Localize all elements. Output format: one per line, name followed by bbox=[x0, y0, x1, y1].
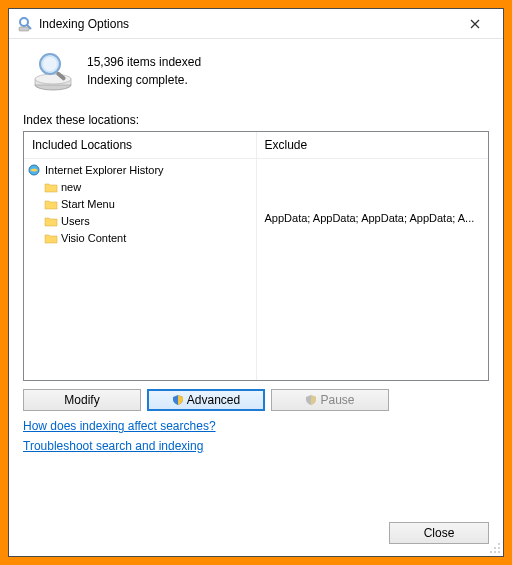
exclude-item[interactable] bbox=[261, 229, 485, 246]
folder-icon bbox=[44, 232, 58, 244]
dialog-content: 15,396 items indexed Indexing complete. … bbox=[9, 39, 503, 514]
close-button[interactable] bbox=[455, 10, 495, 38]
svg-point-15 bbox=[490, 551, 492, 553]
dialog-footer: Close bbox=[9, 514, 503, 556]
svg-point-0 bbox=[20, 18, 28, 26]
modify-button[interactable]: Modify bbox=[23, 389, 141, 411]
how-does-indexing-link[interactable]: How does indexing affect searches? bbox=[23, 419, 489, 433]
included-tree: Internet Explorer History new Start Menu bbox=[24, 159, 256, 248]
exclude-item[interactable] bbox=[261, 195, 485, 212]
button-label: Close bbox=[424, 526, 455, 540]
folder-icon bbox=[44, 215, 58, 227]
magnifier-drive-icon bbox=[23, 49, 83, 93]
list-item-label: new bbox=[61, 181, 81, 193]
resize-grip[interactable] bbox=[489, 542, 501, 554]
included-column: Included Locations Internet Explorer His… bbox=[24, 132, 257, 380]
list-item-label: Start Menu bbox=[61, 198, 115, 210]
troubleshoot-link[interactable]: Troubleshoot search and indexing bbox=[23, 439, 489, 453]
dialog-title: Indexing Options bbox=[39, 17, 455, 31]
shield-icon bbox=[305, 394, 317, 406]
items-indexed-count: 15,396 items indexed bbox=[87, 53, 201, 71]
list-item[interactable]: new bbox=[28, 178, 252, 195]
button-label: Pause bbox=[320, 393, 354, 407]
folder-icon bbox=[44, 198, 58, 210]
exclude-list: AppData; AppData; AppData; AppData; A... bbox=[257, 159, 489, 248]
links-section: How does indexing affect searches? Troub… bbox=[23, 419, 489, 459]
exclude-item[interactable]: AppData; AppData; AppData; AppData; A... bbox=[261, 212, 485, 229]
list-item[interactable]: Visio Content bbox=[28, 229, 252, 246]
svg-point-7 bbox=[35, 74, 71, 84]
included-header[interactable]: Included Locations bbox=[24, 132, 256, 159]
list-item-label: Internet Explorer History bbox=[45, 164, 164, 176]
svg-point-13 bbox=[494, 547, 496, 549]
svg-point-17 bbox=[498, 551, 500, 553]
exclude-item[interactable] bbox=[261, 178, 485, 195]
button-label: Advanced bbox=[187, 393, 240, 407]
advanced-button[interactable]: Advanced bbox=[147, 389, 265, 411]
list-item-label: Visio Content bbox=[61, 232, 126, 244]
ie-icon bbox=[28, 164, 42, 176]
indexing-state: Indexing complete. bbox=[87, 71, 201, 89]
buttons-row: Modify Advanced Pause bbox=[23, 389, 489, 411]
svg-point-16 bbox=[494, 551, 496, 553]
button-label: Modify bbox=[64, 393, 99, 407]
svg-point-9 bbox=[43, 57, 57, 71]
titlebar: Indexing Options bbox=[9, 9, 503, 39]
folder-icon bbox=[44, 181, 58, 193]
list-item-label: Users bbox=[61, 215, 90, 227]
locations-box: Included Locations Internet Explorer His… bbox=[23, 131, 489, 381]
exclude-header[interactable]: Exclude bbox=[257, 132, 489, 159]
svg-point-12 bbox=[498, 543, 500, 545]
list-item[interactable]: Internet Explorer History bbox=[28, 161, 252, 178]
status-text: 15,396 items indexed Indexing complete. bbox=[83, 53, 201, 89]
pause-button[interactable]: Pause bbox=[271, 389, 389, 411]
exclude-column: Exclude AppData; AppData; AppData; AppDa… bbox=[257, 132, 489, 380]
section-label: Index these locations: bbox=[23, 113, 489, 127]
index-app-icon bbox=[17, 16, 33, 32]
status-row: 15,396 items indexed Indexing complete. bbox=[23, 49, 489, 93]
indexing-options-dialog: Indexing Options 15,396 items indexed In… bbox=[8, 8, 504, 557]
list-item[interactable]: Start Menu bbox=[28, 195, 252, 212]
close-dialog-button[interactable]: Close bbox=[389, 522, 489, 544]
svg-point-14 bbox=[498, 547, 500, 549]
list-item[interactable]: Users bbox=[28, 212, 252, 229]
shield-icon bbox=[172, 394, 184, 406]
svg-rect-2 bbox=[19, 27, 29, 31]
exclude-item[interactable] bbox=[261, 161, 485, 178]
